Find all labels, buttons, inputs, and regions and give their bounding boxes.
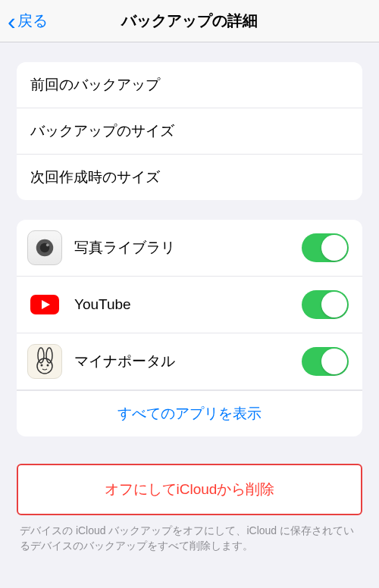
back-button[interactable]: ‹ 戻る	[0, 9, 48, 33]
app-row-photos: 写真ライブラリ	[17, 220, 362, 277]
svg-point-8	[41, 364, 43, 367]
app-row-youtube: YouTube	[17, 277, 362, 333]
svg-point-6	[46, 348, 52, 363]
myna-icon	[27, 344, 62, 379]
apps-section: 写真ライブラリ YouTube マイナポータル すべてのアプリを表示	[17, 220, 362, 436]
delete-section: オフにしてiCloudから削除	[17, 464, 362, 515]
app-name-photos: 写真ライブラリ	[74, 238, 302, 258]
next-backup-size-label: 次回作成時のサイズ	[30, 169, 160, 185]
youtube-icon	[27, 287, 62, 322]
chevron-left-icon: ‹	[8, 9, 16, 33]
next-backup-size-row[interactable]: 次回作成時のサイズ	[17, 155, 362, 200]
back-label: 戻る	[17, 11, 48, 31]
last-backup-label: 前回のバックアップ	[30, 77, 160, 92]
delete-footer-text: デバイスの iCloud バックアップをオフにして、iCloud に保存されてい…	[20, 523, 359, 554]
app-row-myna: マイナポータル	[17, 333, 362, 390]
backup-size-label: バックアップのサイズ	[30, 123, 174, 139]
toggle-myna[interactable]	[302, 347, 349, 376]
navbar: ‹ 戻る バックアップの詳細	[0, 0, 379, 42]
svg-point-9	[47, 364, 49, 367]
backup-info-section: 前回のバックアップ バックアップのサイズ 次回作成時のサイズ	[17, 62, 362, 200]
toggle-photos[interactable]	[302, 233, 349, 262]
last-backup-row[interactable]: 前回のバックアップ	[17, 62, 362, 108]
show-all-apps-button[interactable]: すべてのアプリを表示	[17, 390, 362, 436]
page-title: バックアップの詳細	[0, 11, 379, 31]
delete-backup-button[interactable]: オフにしてiCloudから削除	[17, 464, 362, 515]
photos-icon	[27, 230, 62, 265]
toggle-youtube[interactable]	[302, 290, 349, 319]
svg-point-7	[37, 358, 52, 374]
backup-size-row[interactable]: バックアップのサイズ	[17, 108, 362, 155]
app-name-youtube: YouTube	[74, 296, 302, 313]
app-name-myna: マイナポータル	[74, 352, 302, 371]
svg-point-2	[46, 243, 49, 246]
